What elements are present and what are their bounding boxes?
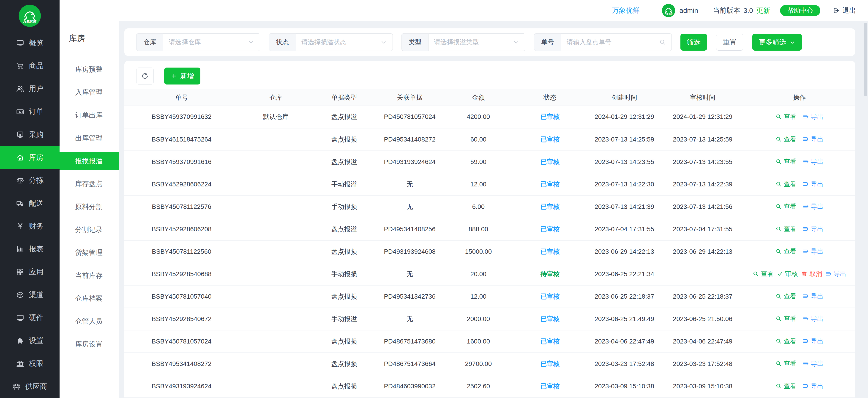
amount-cell: 4200.00 — [444, 106, 513, 128]
view-action-label: 查看 — [784, 382, 797, 391]
submenu-item-current-stock[interactable]: 当前库存 — [60, 266, 119, 285]
submenu-title: 库房 — [60, 33, 119, 44]
export-action-link[interactable]: 导出 — [826, 270, 846, 278]
view-action-link[interactable]: 查看 — [775, 247, 797, 256]
sidebar-item-hardware[interactable]: 硬件 — [0, 306, 60, 329]
view-action-link[interactable]: 查看 — [775, 135, 797, 144]
warehouse-cell — [239, 218, 313, 240]
sidebar-item-finance[interactable]: 财务 — [0, 215, 60, 238]
submenu-item-warehouse-warning[interactable]: 库房预警 — [60, 60, 119, 79]
export-action-link[interactable]: 导出 — [803, 382, 824, 391]
submenu-item-inbound-management[interactable]: 入库管理 — [60, 83, 119, 101]
page-scrollbar[interactable] — [864, 23, 867, 96]
export-action-link[interactable]: 导出 — [803, 247, 824, 256]
view-icon — [775, 136, 782, 142]
export-action-link[interactable]: 导出 — [803, 337, 824, 345]
sidebar-item-users[interactable]: 用户 — [0, 78, 60, 100]
user-avatar[interactable]: 万象优鲜 — [662, 4, 675, 18]
warehouse-cell — [239, 195, 313, 218]
submenu-item-warehouse-settings[interactable]: 库房设置 — [60, 335, 119, 353]
view-action-link[interactable]: 查看 — [775, 202, 797, 211]
sidebar-item-channels[interactable]: 渠道 — [0, 283, 60, 306]
warehouse-select[interactable]: 请选择仓库 — [163, 33, 260, 51]
column-header: 金额 — [444, 89, 513, 106]
submenu-item-material-split[interactable]: 原料分割 — [60, 197, 119, 216]
reset-button[interactable]: 重置 — [716, 34, 743, 51]
export-action-link[interactable]: 导出 — [803, 180, 824, 188]
chevron-down-icon — [513, 39, 520, 45]
view-action-link[interactable]: 查看 — [775, 359, 797, 368]
audit-action-link[interactable]: 审核 — [777, 270, 798, 278]
version-label: 当前版本 — [713, 6, 740, 16]
sidebar-item-sorting[interactable]: 分拣 — [0, 169, 60, 192]
sidebar-item-delivery[interactable]: 配送 — [0, 192, 60, 215]
sidebar-item-orders[interactable]: 订单 — [0, 100, 60, 123]
export-action-link[interactable]: 导出 — [803, 314, 824, 323]
sidebar-item-permissions[interactable]: 权限 — [0, 352, 60, 375]
export-action-link[interactable]: 导出 — [803, 202, 824, 211]
submenu-item-warehouse-staff[interactable]: 仓管人员 — [60, 312, 119, 331]
submenu-item-split-records[interactable]: 分割记录 — [60, 220, 119, 239]
view-icon — [775, 293, 782, 299]
sidebar-item-settings[interactable]: 设置 — [0, 329, 60, 352]
audited-at-cell: 2023-07-04 17:31:55 — [661, 218, 744, 240]
warehouse-cell — [239, 308, 313, 330]
status-cell: 已审核 — [513, 240, 587, 263]
sidebar-item-purchase[interactable]: 采购 — [0, 123, 60, 146]
export-action-link[interactable]: 导出 — [803, 225, 824, 233]
sidebar-item-warehouse[interactable]: 库房 — [0, 146, 60, 169]
sidebar-item-suppliers[interactable]: 供应商 — [0, 375, 60, 398]
submenu-item-shelf-management[interactable]: 货架管理 — [60, 243, 119, 262]
submenu-item-loss-overflow[interactable]: 报损报溢 — [60, 152, 119, 170]
table-row: BSBY461518475264盘点报损PD49534140827260.00已… — [124, 128, 855, 151]
submenu-item-outbound-management[interactable]: 出库管理 — [60, 129, 119, 147]
status-cell: 已审核 — [513, 128, 587, 151]
update-link[interactable]: 更新 — [756, 6, 770, 16]
created-at-cell: 2023-06-25 21:49:49 — [587, 308, 661, 330]
view-action-link[interactable]: 查看 — [775, 382, 797, 391]
view-action-link[interactable]: 查看 — [775, 113, 797, 121]
warehouse-cell — [239, 330, 313, 353]
export-action-link[interactable]: 导出 — [803, 359, 824, 368]
submenu-item-inventory-check[interactable]: 库存盘点 — [60, 175, 119, 193]
sidebar-item-apps[interactable]: 应用 — [0, 261, 60, 283]
chevron-down-icon — [380, 39, 387, 45]
submenu-item-order-outbound[interactable]: 订单出库 — [60, 106, 119, 124]
view-action-link[interactable]: 查看 — [752, 270, 774, 278]
export-action-link[interactable]: 导出 — [803, 113, 824, 121]
finance-icon — [16, 222, 24, 231]
add-button[interactable]: 新增 — [164, 67, 200, 85]
username[interactable]: admin — [680, 7, 698, 14]
table-card: 新增 单号仓库单据类型关联单据金额状态创建时间审核时间操作 BSBY459370… — [124, 61, 855, 398]
created-at-cell: 2023-07-04 17:31:55 — [587, 218, 661, 240]
export-action-link[interactable]: 导出 — [803, 135, 824, 144]
order-no-input[interactable]: 请输入盘点单号 — [561, 33, 672, 51]
cancel-action-link[interactable]: 取消 — [801, 270, 822, 278]
sidebar-item-reports[interactable]: 报表 — [0, 238, 60, 261]
view-action-label: 查看 — [784, 225, 797, 233]
actions-cell: 查看导出 — [744, 330, 855, 353]
more-filters-button[interactable]: 更多筛选 — [752, 34, 802, 51]
order-no-cell: BSBY495341408272 — [124, 353, 239, 375]
cancel-action-label: 取消 — [809, 270, 822, 278]
view-action-link[interactable]: 查看 — [775, 337, 797, 345]
view-action-link[interactable]: 查看 — [775, 180, 797, 188]
export-action-link[interactable]: 导出 — [803, 157, 824, 166]
type-select[interactable]: 请选择损溢类型 — [428, 33, 525, 51]
refresh-button[interactable] — [136, 67, 154, 85]
sidebar-item-goods[interactable]: 商品 — [0, 55, 60, 78]
view-action-link[interactable]: 查看 — [775, 292, 797, 301]
submenu-item-warehouse-archives[interactable]: 仓库档案 — [60, 289, 119, 308]
view-action-link[interactable]: 查看 — [775, 314, 797, 323]
status-select[interactable]: 请选择损溢状态 — [296, 33, 393, 51]
table-row: BSBY450781122560盘点报损PD49319392460815000.… — [124, 240, 855, 263]
filter-button[interactable]: 筛选 — [680, 34, 707, 51]
view-action-label: 查看 — [761, 270, 774, 278]
logout-button[interactable]: 退出 — [832, 6, 856, 16]
sidebar-item-overview[interactable]: 概览 — [0, 32, 60, 55]
site-name-link[interactable]: 万象优鲜 — [612, 6, 640, 16]
export-action-link[interactable]: 导出 — [803, 292, 824, 301]
help-center-button[interactable]: 帮助中心 — [780, 5, 820, 16]
view-action-link[interactable]: 查看 — [775, 225, 797, 233]
view-action-link[interactable]: 查看 — [775, 157, 797, 166]
